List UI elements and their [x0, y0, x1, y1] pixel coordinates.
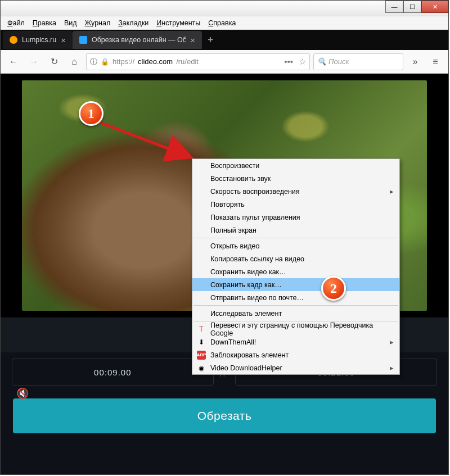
more-icon[interactable]: ••• — [284, 57, 293, 67]
ctx-video-downloadhelper[interactable]: ◉Video DownloadHelper▸ — [192, 361, 399, 374]
ctx-inspect[interactable]: Исследовать элемент — [192, 307, 399, 320]
dta-icon: ⬇ — [197, 338, 206, 347]
menu-file[interactable]: Файл — [4, 18, 28, 28]
ctx-play[interactable]: Воспроизвести — [192, 159, 399, 172]
translate-icon: T — [197, 325, 206, 334]
vdh-icon: ◉ — [197, 364, 206, 373]
ctx-copy-link[interactable]: Копировать ссылку на видео — [192, 252, 399, 265]
url-input[interactable]: ⓘ 🔒 https://clideo.com/ru/edit ••• ☆ — [86, 53, 310, 70]
ctx-open-video[interactable]: Открыть видео — [192, 239, 399, 252]
forward-button[interactable]: → — [25, 53, 42, 70]
home-button[interactable]: ⌂ — [66, 53, 83, 70]
bookmark-icon[interactable]: ☆ — [299, 57, 306, 67]
close-tab-icon[interactable]: × — [190, 35, 195, 45]
ctx-save-frame[interactable]: Сохранить кадр как… — [192, 278, 399, 291]
menu-tools[interactable]: Инструменты — [153, 18, 204, 28]
favicon-icon — [10, 36, 17, 44]
menu-bookmarks[interactable]: Закладки — [115, 18, 152, 28]
info-icon[interactable]: ⓘ — [90, 57, 97, 67]
abp-icon: ABP — [197, 351, 206, 360]
menubar: Файл Правка Вид Журнал Закладки Инструме… — [1, 16, 448, 30]
close-tab-icon[interactable]: × — [61, 35, 66, 45]
menu-journal[interactable]: Журнал — [82, 18, 114, 28]
ctx-controls[interactable]: Показать пульт управления — [192, 211, 399, 224]
favicon-icon — [79, 36, 87, 44]
ctx-send-mail[interactable]: Отправить видео по почте… — [192, 291, 399, 304]
menu-edit[interactable]: Правка — [29, 18, 60, 28]
new-tab-button[interactable]: + — [202, 34, 219, 46]
back-button[interactable]: ← — [5, 53, 22, 70]
overflow-button[interactable]: » — [407, 53, 424, 70]
hamburger-menu-button[interactable]: ≡ — [427, 53, 444, 70]
search-input[interactable]: 🔍 Поиск — [313, 53, 403, 70]
ctx-adblock[interactable]: ABPЗаблокировать элемент — [192, 348, 399, 361]
annotation-marker-1: 1 — [79, 101, 104, 126]
url-scheme: https:// — [112, 57, 134, 66]
cut-button[interactable]: Обрезать — [13, 398, 436, 433]
ctx-save-video[interactable]: Сохранить видео как… — [192, 265, 399, 278]
ctx-repeat[interactable]: Повторять — [192, 198, 399, 211]
start-time-input[interactable]: 00:09.00 — [12, 359, 214, 386]
separator — [194, 305, 398, 306]
tab-label: Lumpics.ru — [22, 36, 56, 44]
url-host: clideo.com — [138, 57, 173, 66]
minimize-button[interactable]: — — [385, 1, 403, 13]
ctx-speed[interactable]: Скорость воспроизведения▸ — [192, 185, 399, 198]
close-window-button[interactable]: ✕ — [421, 1, 448, 13]
url-path: /ru/edit — [176, 57, 199, 66]
tab-label: Обрезка видео онлайн — Об — [92, 36, 186, 44]
navbar: ← → ↻ ⌂ ⓘ 🔒 https://clideo.com/ru/edit •… — [1, 50, 448, 74]
tab-lumpics[interactable]: Lumpics.ru × — [3, 31, 73, 49]
window-titlebar: — ☐ ✕ — [1, 1, 448, 16]
chevron-right-icon: ▸ — [390, 187, 394, 196]
search-icon: 🔍 — [317, 57, 326, 66]
search-placeholder: Поиск — [328, 57, 349, 66]
menu-view[interactable]: Вид — [61, 18, 80, 28]
ctx-downthemall[interactable]: ⬇DownThemAll!▸ — [192, 336, 399, 348]
mute-icon[interactable]: 🔇 — [16, 387, 29, 400]
menu-help[interactable]: Справка — [205, 18, 239, 28]
context-menu: Воспроизвести Восстановить звук Скорость… — [192, 158, 400, 375]
reload-button[interactable]: ↻ — [46, 53, 62, 70]
chevron-right-icon: ▸ — [390, 364, 394, 372]
ctx-translate[interactable]: TПеревести эту страницу с помощью Перево… — [192, 323, 399, 336]
ctx-fullscreen[interactable]: Полный экран — [192, 224, 399, 237]
ctx-unmute[interactable]: Восстановить звук — [192, 172, 399, 185]
lock-icon: 🔒 — [101, 58, 109, 66]
tabbar: Lumpics.ru × Обрезка видео онлайн — Об ×… — [1, 30, 448, 50]
annotation-marker-2: 2 — [321, 276, 346, 301]
chevron-right-icon: ▸ — [390, 338, 394, 346]
tab-clideo[interactable]: Обрезка видео онлайн — Об × — [73, 31, 202, 49]
maximize-button[interactable]: ☐ — [403, 1, 421, 13]
separator — [194, 238, 398, 238]
